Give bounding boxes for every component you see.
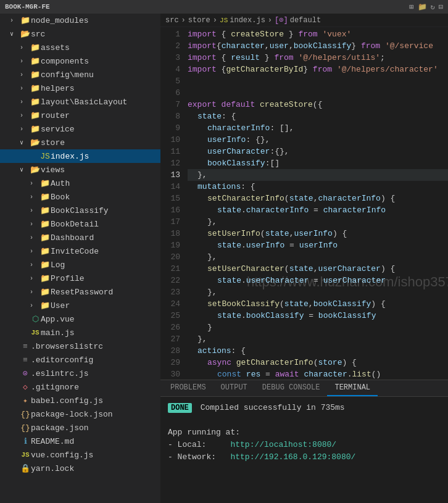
network-url[interactable]: http://192.168.0.129:8080/ [230,452,355,462]
sidebar-item-resetpassword[interactable]: › 📁 ResetPassword [0,285,160,299]
folder-icon: 📁 [20,15,31,25]
spacer [10,452,20,459]
panel-area: PROBLEMS OUTPUT DEBUG CONSOLE TERMINAL D… [160,380,448,503]
sidebar-item-profile[interactable]: › 📁 Profile [0,272,160,285]
sidebar-item-label: BookClassify [51,206,160,215]
sidebar-item-main-js[interactable]: JS main.js [0,326,160,339]
sidebar-item-log[interactable]: › 📁 Log [0,258,160,272]
sidebar-item-yarn-lock[interactable]: 🔒 yarn.lock [0,462,160,475]
code-line: import { createStore } from 'vuex' [188,28,448,40]
project-title: BOOK-MGR-FE [5,3,50,10]
sidebar-item-browserslistrc[interactable]: ≡ .browserslistrc [0,339,160,353]
code-line: import{character,user,bookClassify} from… [188,40,448,52]
editor-area: src › store › JS index.js › [⊙] default … [160,14,448,503]
sidebar-item-vue-config[interactable]: JS vue.config.js [0,448,160,462]
sidebar-item-user[interactable]: › 📁 User [0,299,160,312]
folder-icon: 📁 [30,43,41,52]
sidebar-item-app-vue[interactable]: ⬡ App.vue [0,312,160,326]
sidebar-item-label: babel.config.js [31,396,160,405]
sidebar-item-helpers[interactable]: › 📁 helpers [0,81,160,95]
folder-open-icon: 📂 [30,138,41,148]
breadcrumb-part-file: index.js [230,16,265,25]
sidebar-item-label: User [51,301,160,310]
sidebar-item-label: BookDetail [51,220,160,229]
sidebar-item-bookdetail[interactable]: › 📁 BookDetail [0,217,160,231]
sidebar-item-label: layout\BasicLayout [41,98,160,107]
sidebar-item-service[interactable]: › 📁 service [0,122,160,136]
sidebar-item-package-lock[interactable]: {} package-lock.json [0,407,160,421]
sidebar-item-index-js[interactable]: JS index.js [0,149,160,163]
folder-icon: 📁 [39,287,51,297]
tab-debug-console[interactable]: DEBUG CONSOLE [255,380,328,396]
sidebar-item-layout[interactable]: › 📁 layout\BasicLayout [0,95,160,109]
json-file-icon: {} [20,410,31,419]
refresh-icon[interactable]: ↻ [431,2,435,12]
folder-icon: 📁 [30,110,41,120]
terminal-line-empty [168,414,441,426]
line-numbers: 12345 678910 1112131415 1617181920 21222… [160,27,185,380]
sidebar-item-babel-config[interactable]: ✦ babel.config.js [0,394,160,407]
sidebar-item-views[interactable]: ∨ 📂 views [0,163,160,177]
sidebar-item-config-menu[interactable]: › 📁 config\menu [0,68,160,81]
spacer [10,397,20,404]
spacer [10,438,20,445]
sidebar-item-store[interactable]: ∨ 📂 store [0,136,160,149]
code-line: state.bookClassify = bookClassify [188,310,448,322]
terminal-network: - Network: http://192.168.0.129:8080/ [168,451,441,464]
folder-icon: 📁 [30,70,41,80]
sidebar-item-bookclassify[interactable]: › 📁 BookClassify [0,204,160,217]
breadcrumb-part-store: store [188,16,210,25]
sidebar-item-src[interactable]: ∨ 📂 src [0,27,160,41]
sidebar-item-label: service [41,125,160,134]
chevron-right-icon: › [30,194,39,201]
sidebar-item-router[interactable]: › 📁 router [0,109,160,122]
breadcrumb: src › store › JS index.js › [⊙] default [160,14,448,27]
code-line: userCharacter:{}, [188,146,448,157]
sidebar-item-label: .gitignore [31,383,160,392]
sidebar-item-assets[interactable]: › 📁 assets [0,41,160,54]
breadcrumb-sep: › [181,16,186,25]
sidebar-item-label: .editorconfig [31,355,160,365]
sidebar-item-invitecode[interactable]: › 📁 InviteCode [0,244,160,258]
tab-problems[interactable]: PROBLEMS [163,380,214,396]
sidebar-item-label: components [41,57,160,66]
sidebar-item-gitignore[interactable]: ◇ .gitignore [0,380,160,394]
new-folder-icon[interactable]: 📁 [418,2,427,12]
code-editor[interactable]: 12345 678910 1112131415 1617181920 21222… [160,27,448,380]
code-content[interactable]: import { createStore } from 'vuex' impor… [185,27,448,380]
title-bar: BOOK-MGR-FE ⊞ 📁 ↻ ⊟ [0,0,448,14]
breadcrumb-sep: › [213,16,217,25]
sidebar-item-label: helpers [41,84,160,93]
folder-icon: 📁 [39,206,51,215]
sidebar-item-dashboard[interactable]: › 📁 Dashboard [0,231,160,244]
chevron-right-icon: › [20,72,30,78]
folder-icon: 📁 [30,83,41,93]
js-icon: JS [220,17,228,24]
folder-icon: 📁 [39,260,51,270]
sidebar-item-label: main.js [41,328,160,338]
code-line: bookClassify:[] [188,157,448,169]
local-url[interactable]: http://localhost:8080/ [230,440,336,449]
breadcrumb-part-src: src [165,16,179,25]
sidebar-item-package-json[interactable]: {} package.json [0,421,160,434]
chevron-right-icon: › [30,207,39,214]
sidebar-item-auth[interactable]: › 📁 Auth [0,177,160,190]
code-line: import {getCharacterById} from '@/helper… [188,64,448,75]
sidebar-item-node-modules[interactable]: › 📁 node_modules [0,14,160,27]
tab-output[interactable]: OUTPUT [214,380,255,396]
sidebar-item-eslintrc[interactable]: ⊙ .eslintrc.js [0,367,160,380]
sidebar-item-editorconfig[interactable]: ≡ .editorconfig [0,353,160,367]
js-file-icon: JS [39,152,51,161]
sidebar-item-readme[interactable]: ℹ README.md [0,434,160,448]
folder-icon: 📁 [30,97,41,107]
sidebar-item-components[interactable]: › 📁 components [0,54,160,68]
new-file-icon[interactable]: ⊞ [409,2,413,12]
vue-file-icon: ⬡ [30,314,41,324]
collapse-icon[interactable]: ⊟ [439,2,443,12]
spacer [10,343,20,350]
sidebar-item-book[interactable]: › 📁 Book [0,190,160,204]
lock-file-icon: 🔒 [20,464,31,473]
code-line: } [188,322,448,333]
terminal-content[interactable]: DONE Compiled successfully in 735ms App … [160,397,448,503]
tab-terminal[interactable]: TERMINAL [327,380,378,396]
